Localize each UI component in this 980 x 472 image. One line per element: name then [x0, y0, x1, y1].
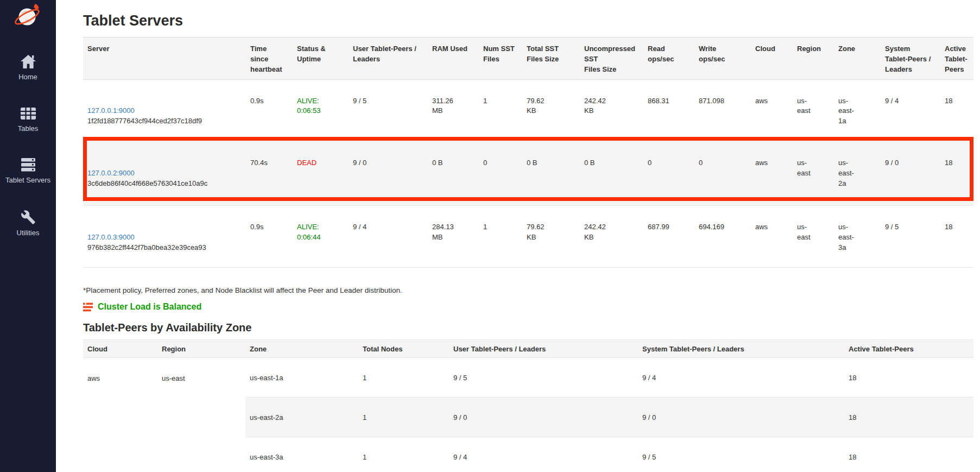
- cell-zone: us-east-2a: [245, 398, 358, 437]
- status-badge: ALIVE: 0:06:44: [293, 205, 349, 267]
- cell-active-tablet-peers: 18: [844, 398, 973, 437]
- cell-zone: us- east- 3a: [834, 205, 881, 267]
- cell-cloud: aws: [83, 358, 157, 472]
- zones-table: Cloud Region Zone Total Nodes User Table…: [83, 339, 973, 472]
- cell-server: 127.0.0.1:9000 1f2fd188777643cf944ced2f3…: [83, 79, 246, 141]
- sidebar-item-label: Tablet Servers: [0, 176, 56, 184]
- cell-zone: us-east-3a: [245, 437, 358, 472]
- col-read-ops: Read ops/sec: [643, 37, 694, 80]
- col-uncompressed-sst: Uncompressed SST Files Size: [580, 37, 643, 80]
- placement-footnote: *Placement policy, Preferred zones, and …: [83, 286, 973, 294]
- cell-num-sst: 1: [479, 79, 522, 141]
- cell-write-ops: 694.169: [694, 205, 751, 267]
- cell-heartbeat: 0.9s: [246, 79, 293, 141]
- cell-region: us- east: [793, 141, 834, 205]
- server-uuid: 976b382c2ff442f7ba0bea32e39cea93: [87, 243, 242, 253]
- col-status: Status & Uptime: [293, 37, 349, 80]
- col-server: Server: [83, 37, 246, 80]
- tablet-servers-icon: [20, 158, 36, 172]
- sidebar-item-home[interactable]: Home: [0, 54, 56, 81]
- server-uuid: 3c6deb86f40c4f668e5763041ce10a9c: [87, 179, 242, 189]
- cell-ram: 311.26 MB: [428, 79, 479, 141]
- sidebar-item-label: Tables: [0, 124, 56, 133]
- cell-total-nodes: 1: [358, 398, 449, 437]
- col-zone: Zone: [834, 37, 881, 80]
- servers-header-row: Server Time since heartbeat Status & Upt…: [83, 37, 973, 80]
- server-uuid: 1f2fd188777643cf944ced2f37c18df9: [87, 116, 242, 127]
- cell-system-tablet-peers: 9 / 4: [638, 358, 844, 398]
- cell-server: 127.0.0.3:9000 976b382c2ff442f7ba0bea32e…: [83, 205, 246, 267]
- zones-header-row: Cloud Region Zone Total Nodes User Table…: [83, 340, 973, 358]
- cell-user-tablet-peers: 9 / 4: [349, 205, 428, 267]
- col-system-tablet-peers: System Tablet-Peers / Leaders: [638, 340, 844, 358]
- cell-num-sst: 0: [479, 141, 522, 205]
- yugabyte-logo[interactable]: [0, 3, 56, 31]
- sidebar-item-label: Home: [0, 73, 56, 81]
- cell-region: us- east: [793, 205, 834, 267]
- main-content: Tablet Servers Server Time since heartbe…: [56, 0, 980, 472]
- cell-zone: us- east- 2a: [834, 141, 881, 205]
- cluster-balance-icon: [83, 303, 93, 312]
- tablet-servers-table-wrap: Server Time since heartbeat Status & Upt…: [83, 37, 973, 268]
- sidebar-item-label: Utilities: [0, 229, 56, 237]
- cell-total-nodes: 1: [358, 437, 449, 472]
- col-region: Region: [157, 340, 245, 358]
- server-row-2-dead: 127.0.0.2:9000 3c6deb86f40c4f668e5763041…: [83, 141, 973, 205]
- cell-user-tablet-peers: 9 / 5: [349, 79, 428, 141]
- cell-active-tablet-peers: 18: [940, 205, 973, 267]
- cell-uncompressed-sst: 242.42 KB: [580, 205, 643, 267]
- zone-row-1: aws us-east us-east-1a 1 9 / 5 9 / 4 18: [83, 358, 973, 398]
- cell-write-ops: 871.098: [694, 79, 751, 141]
- cell-active-tablet-peers: 18: [844, 358, 973, 398]
- cell-cloud: aws: [751, 141, 793, 205]
- page-title: Tablet Servers: [83, 12, 973, 29]
- col-cloud: Cloud: [83, 340, 157, 358]
- cell-system-tablet-peers: 9 / 0: [881, 141, 940, 205]
- cell-total-nodes: 1: [358, 358, 449, 398]
- server-link[interactable]: 127.0.0.3:9000: [87, 233, 135, 241]
- cell-user-tablet-peers: 9 / 0: [449, 398, 638, 437]
- cell-active-tablet-peers: 18: [844, 437, 973, 472]
- zones-section-title: Tablet-Peers by Availability Zone: [83, 322, 973, 334]
- col-total-sst: Total SST Files Size: [522, 37, 580, 80]
- col-active-tablet-peers: Active Tablet- Peers: [940, 37, 973, 80]
- home-icon: [20, 54, 36, 69]
- server-link[interactable]: 127.0.0.1:9000: [87, 106, 135, 115]
- cell-write-ops: 0: [694, 141, 751, 205]
- cell-uncompressed-sst: 0 B: [580, 141, 643, 205]
- page: Home Tables: [0, 0, 980, 472]
- utilities-icon: [21, 210, 36, 225]
- cell-read-ops: 868.31: [643, 79, 694, 141]
- cell-uncompressed-sst: 242.42 KB: [580, 79, 643, 141]
- cell-read-ops: 0: [643, 141, 694, 205]
- col-write-ops: Write ops/sec: [694, 37, 751, 80]
- col-active-tablet-peers: Active Tablet-Peers: [844, 340, 973, 358]
- col-zone: Zone: [245, 340, 358, 358]
- cell-read-ops: 687.99: [643, 205, 694, 267]
- server-row-1: 127.0.0.1:9000 1f2fd188777643cf944ced2f3…: [83, 79, 973, 141]
- tablet-servers-table: Server Time since heartbeat Status & Upt…: [83, 37, 973, 268]
- cell-ram: 284.13 MB: [428, 205, 479, 267]
- cell-heartbeat: 70.4s: [246, 141, 293, 205]
- server-link[interactable]: 127.0.0.2:9000: [87, 169, 135, 177]
- cell-cloud: aws: [751, 79, 793, 141]
- sidebar-item-utilities[interactable]: Utilities: [0, 210, 56, 237]
- cell-total-sst: 79.62 KB: [522, 79, 580, 141]
- sidebar-item-tables[interactable]: Tables: [0, 106, 56, 133]
- cell-system-tablet-peers: 9 / 0: [638, 398, 844, 437]
- col-region: Region: [793, 37, 834, 80]
- col-user-tablet-peers: User Tablet-Peers / Leaders: [349, 37, 428, 80]
- cell-cloud: aws: [751, 205, 793, 267]
- col-system-tablet-peers: System Tablet-Peers / Leaders: [881, 37, 940, 80]
- sidebar-item-tablet-servers[interactable]: Tablet Servers: [0, 158, 56, 184]
- tables-icon: [20, 106, 36, 121]
- cluster-balance-status: Cluster Load is Balanced: [83, 302, 973, 312]
- cell-user-tablet-peers: 9 / 4: [449, 437, 638, 472]
- col-total-nodes: Total Nodes: [358, 340, 449, 358]
- col-num-sst: Num SST Files: [479, 37, 522, 80]
- cell-num-sst: 1: [479, 205, 522, 267]
- cell-system-tablet-peers: 9 / 5: [881, 205, 940, 267]
- cell-zone: us- east- 1a: [834, 79, 881, 141]
- col-heartbeat: Time since heartbeat: [246, 37, 293, 80]
- cell-ram: 0 B: [428, 141, 479, 205]
